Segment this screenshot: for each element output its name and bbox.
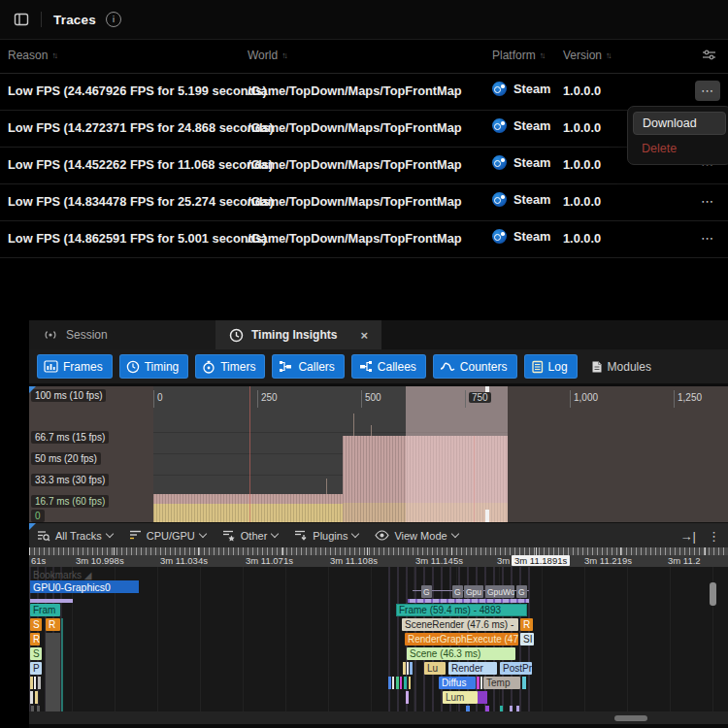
cpu-event[interactable]: S <box>30 618 42 631</box>
cpu-event[interactable]: P <box>30 662 42 675</box>
column-world[interactable]: World↑↓ <box>248 49 286 62</box>
table-row[interactable]: Low FPS (24.467926 FPS for 5.199 seconds… <box>0 74 728 111</box>
column-version[interactable]: Version↑↓ <box>563 49 611 62</box>
modules-icon <box>591 360 603 374</box>
all-tracks-dropdown[interactable]: All Tracks <box>37 530 113 542</box>
table-row[interactable]: Low FPS (14.834478 FPS for 25.274 second… <box>0 184 728 221</box>
counters-button[interactable]: Counters <box>433 354 517 379</box>
small-event <box>404 677 407 689</box>
sort-icon[interactable]: ↑↓ <box>540 50 545 60</box>
cell-world: /Game/TopDown/Maps/TopFrontMap <box>248 120 462 135</box>
sort-icon[interactable]: ↑↓ <box>51 50 56 60</box>
gpu-event[interactable]: GpuWo <box>485 585 514 598</box>
row-menu-button[interactable]: ⋯ <box>695 191 720 212</box>
horizontal-scrollbar[interactable] <box>614 715 647 721</box>
gpu-event[interactable]: G <box>516 585 527 598</box>
callers-button[interactable]: Callers <box>272 354 344 379</box>
timers-button[interactable]: Timers <box>195 354 265 379</box>
frames-selection[interactable] <box>406 386 508 522</box>
close-icon[interactable]: × <box>360 328 368 343</box>
gpu-event[interactable]: G <box>452 585 463 598</box>
log-button[interactable]: Log <box>524 354 578 379</box>
frame-spike <box>326 479 327 494</box>
plugins-dropdown[interactable]: Plugins <box>294 530 358 542</box>
cpu-event-temp[interactable]: Temp <box>483 677 520 689</box>
time-ruler[interactable]: 61s 3m 10.998s 3m 11.034s 3m 11.071s 3m … <box>29 547 728 567</box>
tab-session[interactable]: Session <box>29 320 215 349</box>
ruler-major-ticks <box>29 547 728 555</box>
tab-timing-insights[interactable]: Timing Insights × <box>215 320 381 349</box>
table-header: Reason↑↓ World↑↓ Platform↑↓ Version↑↓ <box>0 40 728 74</box>
bottom-edge <box>29 724 728 728</box>
vertical-scrollbar[interactable] <box>710 582 716 606</box>
cell-world: /Game/TopDown/Maps/TopFrontMap <box>248 231 462 246</box>
frame-spike <box>353 414 354 436</box>
cpu-event[interactable]: SI <box>520 633 534 645</box>
waveform-icon <box>440 361 455 373</box>
timing-insights-panel: Session Timing Insights × Frames Timing … <box>29 320 728 728</box>
steam-icon <box>492 192 507 207</box>
cpu-gpu-dropdown[interactable]: CPU/GPU <box>129 530 206 542</box>
bookmarks-track-label[interactable]: Bookmarks ◢ <box>33 570 92 580</box>
page-title: Traces <box>53 13 96 27</box>
cpu-event[interactable]: R <box>520 618 533 631</box>
menu-item-download[interactable]: Download <box>633 112 726 135</box>
cpu-event-render[interactable]: Render <box>448 662 497 675</box>
row-menu-button[interactable]: ⋯ <box>695 228 720 248</box>
sort-icon[interactable]: ↑↓ <box>281 50 286 60</box>
timing-track-area[interactable]: Bookmarks ◢ GPU0-Graphics0 G G Gpu GpuWo… <box>29 567 728 728</box>
gpu-track-header[interactable]: GPU0-Graphics0 <box>30 580 139 593</box>
timing-button[interactable]: Timing <box>119 354 189 379</box>
table-row[interactable]: Low FPS (14.272371 FPS for 24.868 second… <box>0 111 728 148</box>
tracks-icon <box>129 530 142 541</box>
cpu-event-diffus[interactable]: Diffus <box>439 677 476 689</box>
gpu-event[interactable]: G <box>421 585 432 598</box>
kebab-menu-icon[interactable]: ⋮ <box>708 529 720 544</box>
cpu-event[interactable]: S <box>30 647 42 660</box>
jump-to-end-icon[interactable]: →| <box>680 529 696 544</box>
small-event <box>388 677 391 689</box>
column-settings-icon[interactable] <box>702 49 716 61</box>
view-mode-dropdown[interactable]: View Mode <box>375 530 457 542</box>
x-tick <box>674 390 675 408</box>
cpu-event-rendergraph[interactable]: RenderGraphExecute (47 <box>405 633 518 645</box>
cell-reason: Low FPS (14.862591 FPS for 5.001 seconds… <box>8 231 267 246</box>
cpu-event-scenerender[interactable]: SceneRender (47.6 ms) - <box>402 618 518 631</box>
column-platform[interactable]: Platform↑↓ <box>492 49 544 62</box>
threshold-label: 50 ms (20 fps) <box>31 452 101 465</box>
cpu-event-postpr[interactable]: PostPr <box>500 662 532 675</box>
cpu-event[interactable]: R <box>46 618 60 631</box>
cpu-event-lum[interactable]: Lum <box>443 691 478 704</box>
cpu-event[interactable]: R <box>30 633 40 645</box>
cpu-event[interactable]: Lu <box>424 662 446 675</box>
row-context-menu: Download Delete <box>627 106 728 165</box>
cell-platform: Steam <box>492 229 550 244</box>
cell-reason: Low FPS (14.452262 FPS for 11.068 second… <box>8 157 273 172</box>
sort-icon[interactable]: ↑↓ <box>606 50 611 60</box>
cpu-event[interactable]: Fram <box>30 604 60 616</box>
modules-button[interactable]: Modules <box>584 354 661 379</box>
time-label: 3m 11.219s <box>584 555 632 566</box>
time-label: 3m 11.108s <box>330 555 378 566</box>
row-menu-button[interactable]: ⋯ <box>695 81 720 101</box>
cpu-event-frame[interactable]: Frame (59.4 ms) - 4893 <box>396 604 527 616</box>
gpu-event[interactable]: Gpu <box>464 585 483 598</box>
column-reason[interactable]: Reason↑↓ <box>8 49 56 62</box>
menu-item-delete[interactable]: Delete <box>633 138 726 159</box>
cell-world: /Game/TopDown/Maps/TopFrontMap <box>248 194 462 209</box>
sidebar-toggle-icon[interactable] <box>14 12 29 27</box>
table-row[interactable]: Low FPS (14.452262 FPS for 11.068 second… <box>0 148 728 184</box>
frames-button[interactable]: Frames <box>37 354 113 379</box>
table-row[interactable]: Low FPS (14.862591 FPS for 5.001 seconds… <box>0 221 728 258</box>
info-icon[interactable]: i <box>106 12 121 27</box>
other-dropdown[interactable]: Other <box>222 530 279 542</box>
cpu-event-scene[interactable]: Scene (46.3 ms) <box>407 647 515 660</box>
small-event <box>30 677 33 689</box>
callees-button[interactable]: Callees <box>351 354 426 379</box>
chevron-down-icon <box>199 530 207 538</box>
log-icon <box>531 360 544 374</box>
selection-handle[interactable] <box>485 510 489 522</box>
frames-graph[interactable]: 0 250 500 750 1,000 1,250 100 ms (10 fps… <box>29 384 728 524</box>
x-tick-label: 0 <box>157 392 163 403</box>
cell-platform: Steam <box>492 155 550 170</box>
